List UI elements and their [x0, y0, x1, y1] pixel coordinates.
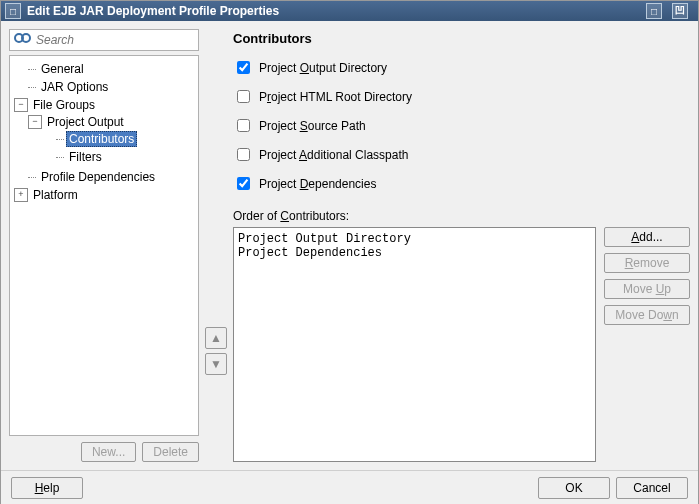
- panel-heading: Contributors: [233, 29, 690, 56]
- remove-button[interactable]: Remove: [604, 253, 690, 273]
- check-additional-classpath[interactable]: Project Additional Classpath: [233, 145, 690, 164]
- checkbox[interactable]: [237, 148, 250, 161]
- maximize-icon[interactable]: □: [646, 3, 662, 19]
- check-output-directory[interactable]: Project Output Directory: [233, 58, 690, 77]
- expand-icon[interactable]: +: [14, 188, 28, 202]
- list-item[interactable]: Project Output Directory: [238, 232, 591, 246]
- checkbox[interactable]: [237, 61, 250, 74]
- dialog-window: □ Edit EJB JAR Deployment Profile Proper…: [0, 0, 699, 504]
- delete-button[interactable]: Delete: [142, 442, 199, 462]
- tree-node-project-output[interactable]: Project Output: [44, 115, 127, 129]
- close-icon[interactable]: 凹: [672, 3, 688, 19]
- check-label: Project Output Directory: [259, 61, 387, 75]
- ok-button[interactable]: OK: [538, 477, 610, 499]
- nav-tree[interactable]: General JAR Options −File Groups −Projec…: [9, 55, 199, 436]
- check-dependencies[interactable]: Project Dependencies: [233, 174, 690, 193]
- new-button[interactable]: New...: [81, 442, 136, 462]
- tree-node-general[interactable]: General: [38, 62, 87, 76]
- content-panel: Contributors Project Output Directory Pr…: [233, 29, 690, 462]
- check-source-path[interactable]: Project Source Path: [233, 116, 690, 135]
- collapse-icon[interactable]: −: [14, 98, 28, 112]
- system-menu-icon[interactable]: □: [5, 3, 21, 19]
- check-label: Project Additional Classpath: [259, 148, 408, 162]
- check-label: Project Dependencies: [259, 177, 376, 191]
- list-item[interactable]: Project Dependencies: [238, 246, 591, 260]
- add-button[interactable]: Add...: [604, 227, 690, 247]
- check-label: Project Source Path: [259, 119, 366, 133]
- checkbox-group: Project Output Directory Project HTML Ro…: [233, 56, 690, 203]
- binoculars-icon: [14, 33, 30, 47]
- move-down-icon[interactable]: ▼: [205, 353, 227, 375]
- order-label: Order of Contributors:: [233, 209, 690, 223]
- checkbox[interactable]: [237, 90, 250, 103]
- tree-node-platform[interactable]: Platform: [30, 188, 81, 202]
- checkbox[interactable]: [237, 119, 250, 132]
- dialog-footer: Help OK Cancel: [1, 470, 698, 504]
- search-input[interactable]: [34, 32, 194, 48]
- checkbox[interactable]: [237, 177, 250, 190]
- tree-node-contributors[interactable]: Contributors: [66, 131, 137, 147]
- order-row: Project Output Directory Project Depende…: [233, 227, 690, 462]
- left-column: General JAR Options −File Groups −Projec…: [9, 29, 199, 462]
- title-bar: □ Edit EJB JAR Deployment Profile Proper…: [1, 1, 698, 21]
- help-button[interactable]: Help: [11, 477, 83, 499]
- contributors-listbox[interactable]: Project Output Directory Project Depende…: [233, 227, 596, 462]
- tree-node-jar-options[interactable]: JAR Options: [38, 80, 111, 94]
- move-up-icon[interactable]: ▲: [205, 327, 227, 349]
- list-buttons: Add... Remove Move Up Move Down: [604, 227, 690, 462]
- move-down-button[interactable]: Move Down: [604, 305, 690, 325]
- dialog-body: General JAR Options −File Groups −Projec…: [1, 21, 698, 470]
- check-html-root[interactable]: Project HTML Root Directory: [233, 87, 690, 106]
- move-up-button[interactable]: Move Up: [604, 279, 690, 299]
- title-text: Edit EJB JAR Deployment Profile Properti…: [27, 4, 646, 18]
- tree-node-profile-dependencies[interactable]: Profile Dependencies: [38, 170, 158, 184]
- search-field[interactable]: [9, 29, 199, 51]
- tree-node-filters[interactable]: Filters: [66, 150, 105, 164]
- cancel-button[interactable]: Cancel: [616, 477, 688, 499]
- collapse-icon[interactable]: −: [28, 115, 42, 129]
- mid-arrows: ▲ ▼: [205, 239, 227, 462]
- check-label: Project HTML Root Directory: [259, 90, 412, 104]
- tree-node-file-groups[interactable]: File Groups: [30, 98, 98, 112]
